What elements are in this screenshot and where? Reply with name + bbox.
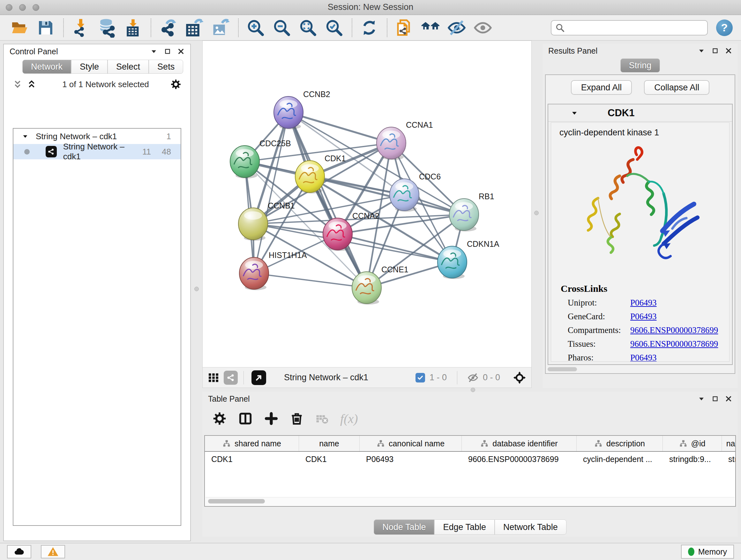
delete-column-button[interactable] <box>290 412 304 426</box>
crosslink-label: Tissues: <box>568 339 630 349</box>
close-panel-icon[interactable] <box>725 395 732 402</box>
delete-table-button[interactable] <box>315 412 329 425</box>
export-table-button[interactable] <box>184 17 205 38</box>
export-image-button[interactable] <box>210 17 231 38</box>
network-edge[interactable] <box>288 112 391 143</box>
tab-node-table[interactable]: Node Table <box>374 519 434 535</box>
birdseye-grid-icon[interactable] <box>208 372 219 383</box>
network-node-HIST1H1A[interactable]: HIST1H1A <box>239 251 307 290</box>
tab-sets[interactable]: Sets <box>149 60 183 74</box>
cloud-status-button[interactable] <box>7 545 31 558</box>
tab-edge-table[interactable]: Edge Table <box>434 519 495 535</box>
network-canvas[interactable]: CCNB2CCNA1CDC25BCDK1CDC6RB1CCNB1CCNA2CDK… <box>203 41 531 367</box>
network-node-CDC25B[interactable]: CDC25B <box>230 139 291 179</box>
column-header-shared-name[interactable]: shared name <box>205 436 299 451</box>
zoom-in-button[interactable] <box>245 17 266 38</box>
network-node-CCNE1[interactable]: CCNE1 <box>352 265 408 305</box>
network-node-RB1[interactable]: RB1 <box>449 192 494 232</box>
column-header-description[interactable]: description <box>577 436 663 451</box>
collection-expand-caret-icon[interactable] <box>22 133 29 140</box>
float-panel-icon[interactable] <box>712 47 719 54</box>
search-input[interactable] <box>568 23 703 32</box>
tab-string[interactable]: String <box>620 58 660 72</box>
column-header-namespac[interactable]: namespac <box>722 436 736 451</box>
tab-style[interactable]: Style <box>71 60 108 74</box>
expand-all-networks-button[interactable] <box>27 79 37 89</box>
collapse-all-networks-button[interactable] <box>13 79 22 89</box>
warnings-button[interactable] <box>41 545 65 558</box>
network-edge[interactable] <box>254 112 288 273</box>
crosslink-link[interactable]: P06493 <box>630 298 657 308</box>
close-window-button[interactable] <box>6 4 12 11</box>
help-button[interactable]: ? <box>716 19 733 36</box>
column-header--id[interactable]: @id <box>663 436 722 451</box>
crosslink-link[interactable]: 9606.ENSP00000378699 <box>630 325 718 335</box>
crosslink-link[interactable]: 9606.ENSP00000378699 <box>630 339 718 349</box>
column-header-name[interactable]: name <box>299 436 360 451</box>
close-panel-icon[interactable] <box>725 47 732 54</box>
network-node-CCNB2[interactable]: CCNB2 <box>274 90 330 129</box>
toolbar-divider <box>457 371 457 384</box>
import-network-from-database-button[interactable] <box>96 17 118 38</box>
panel-menu-caret-icon[interactable] <box>697 47 705 55</box>
crosslink-row: Pharos:P06493 <box>568 353 729 362</box>
network-edge[interactable] <box>288 112 367 288</box>
float-panel-icon[interactable] <box>712 395 719 402</box>
zoom-selected-button[interactable] <box>324 17 345 38</box>
network-node-CDKN1A[interactable]: CDKN1A <box>437 240 499 279</box>
panel-menu-caret-icon[interactable] <box>150 48 158 55</box>
hidden-eye-slash-icon[interactable] <box>468 372 478 383</box>
column-header-database-identifier[interactable]: database identifier <box>462 436 577 451</box>
save-session-button[interactable] <box>35 17 56 38</box>
home-networks-button[interactable] <box>420 17 441 38</box>
network-list-options-button[interactable] <box>171 79 181 90</box>
network-node-CCNA1[interactable]: CCNA1 <box>377 120 433 160</box>
export-table-icon <box>185 18 204 37</box>
memory-button[interactable]: Memory <box>681 545 734 559</box>
zoom-out-button[interactable] <box>271 17 292 38</box>
open-in-new-window-button[interactable] <box>252 370 266 385</box>
zoom-window-button[interactable] <box>32 4 39 11</box>
float-panel-icon[interactable] <box>164 48 171 55</box>
crosshair-icon[interactable] <box>513 371 526 384</box>
import-network-from-file-button[interactable] <box>70 17 91 38</box>
table-horizontal-scrollbar[interactable] <box>205 497 735 505</box>
left-divider-grabber[interactable] <box>194 287 199 291</box>
gene-section-header[interactable]: CDK1 <box>548 105 732 122</box>
show-columns-button[interactable] <box>238 411 253 426</box>
crosslinks-heading: CrossLinks <box>561 283 729 294</box>
crosslink-link[interactable]: P06493 <box>630 312 657 321</box>
column-header-canonical-name[interactable]: canonical name <box>360 436 462 451</box>
selected-checkbox-icon[interactable] <box>415 373 425 382</box>
zoom-fit-button[interactable] <box>297 17 319 38</box>
tab-network[interactable]: Network <box>22 60 71 74</box>
close-panel-icon[interactable] <box>178 48 185 55</box>
open-session-button[interactable] <box>9 17 30 38</box>
expand-all-button[interactable]: Expand All <box>571 80 632 95</box>
right-divider-grabber[interactable] <box>534 211 539 215</box>
results-scrollbar-thumb[interactable] <box>548 367 577 371</box>
network-node-CCNB1[interactable]: CCNB1 <box>239 201 295 241</box>
clone-network-button[interactable] <box>394 17 415 38</box>
bottom-divider-grabber[interactable] <box>471 388 475 392</box>
tab-network-table[interactable]: Network Table <box>495 519 566 535</box>
network-edge[interactable] <box>254 273 367 288</box>
network-node-CDC6[interactable]: CDC6 <box>390 172 441 212</box>
gene-expand-caret-icon[interactable] <box>570 109 578 117</box>
table-row[interactable]: CDK1CDK1P064939606.ENSP00000378699cyclin… <box>205 452 735 466</box>
collapse-all-button[interactable]: Collapse All <box>644 80 710 95</box>
show-selected-button[interactable] <box>472 17 493 38</box>
table-settings-button[interactable] <box>212 412 226 426</box>
function-builder-button[interactable]: f(x) <box>340 411 358 426</box>
network-row[interactable]: String Network – cdk1 11 48 <box>13 144 181 159</box>
create-column-button[interactable] <box>264 412 278 426</box>
apply-layout-button[interactable] <box>359 17 380 38</box>
minimize-window-button[interactable] <box>19 4 26 11</box>
crosslink-link[interactable]: P06493 <box>630 353 657 362</box>
panel-menu-caret-icon[interactable] <box>697 395 705 402</box>
hide-selected-button[interactable] <box>446 17 467 38</box>
scrollbar-thumb[interactable] <box>208 499 265 503</box>
import-table-from-file-button[interactable] <box>123 17 144 38</box>
tab-select[interactable]: Select <box>108 60 149 74</box>
export-network-button[interactable] <box>158 17 179 38</box>
